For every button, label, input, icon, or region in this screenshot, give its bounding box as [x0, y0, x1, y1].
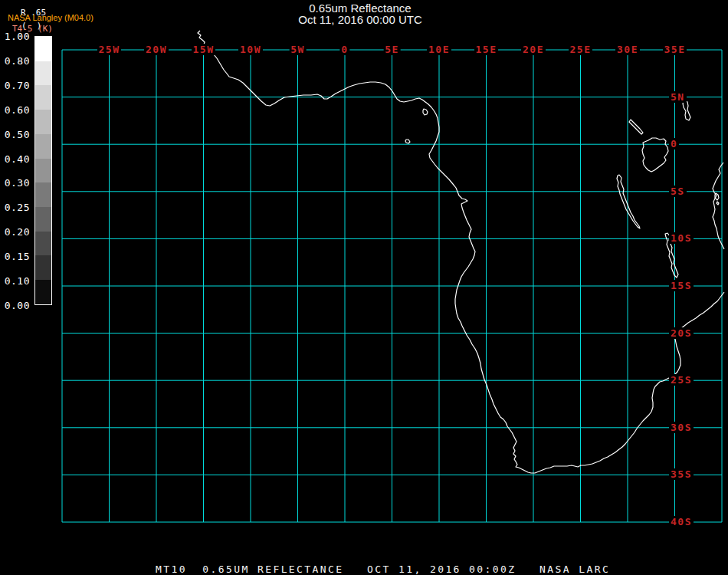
longitude-label: 15E [474, 44, 499, 55]
lake-island-outline [717, 202, 719, 205]
longitude-label: 30E [615, 44, 640, 55]
lake-island-outline [683, 100, 690, 120]
lake-island-outline [617, 175, 640, 228]
longitude-label: 5W [289, 44, 307, 55]
longitude-label: 35E [663, 44, 687, 55]
lake-island-outline [629, 120, 643, 134]
latitude-label: 0 [669, 138, 679, 150]
latitude-label: 15S [669, 280, 694, 291]
longitude-label: 5E [383, 44, 401, 55]
latitude-label: 10S [669, 232, 694, 244]
longitude-label: 20E [521, 44, 546, 55]
lake-island-outline [405, 140, 410, 143]
longitude-label: 15W [192, 44, 216, 55]
latitude-label: 5S [669, 186, 687, 197]
latitude-label: 5N [669, 91, 687, 103]
latitude-label: 25S [669, 374, 694, 386]
longitude-label: 0 [339, 44, 349, 55]
lake-island-outline [423, 109, 428, 115]
latitude-label: 20S [669, 327, 694, 339]
coastline-path [198, 31, 724, 473]
africa-coastline [0, 0, 728, 575]
longitude-label: 10E [427, 44, 451, 55]
lake-island-outline [642, 138, 668, 172]
latitude-label: 30S [669, 422, 694, 433]
longitude-label: 10W [238, 44, 263, 55]
longitude-label: 20W [144, 44, 169, 55]
longitude-label: 25E [569, 44, 593, 55]
coastline-path [713, 163, 724, 249]
status-bar-text: MT10 0.65UM REFLECTANCE OCT 11, 2016 00:… [156, 564, 610, 574]
longitude-label: 25W [97, 44, 122, 55]
satellite-image-viewer: 0.65um Reflectance Oct 11, 2016 00:00 UT… [0, 0, 728, 575]
latitude-label: 40S [669, 516, 694, 527]
latitude-label: 35S [669, 468, 694, 480]
